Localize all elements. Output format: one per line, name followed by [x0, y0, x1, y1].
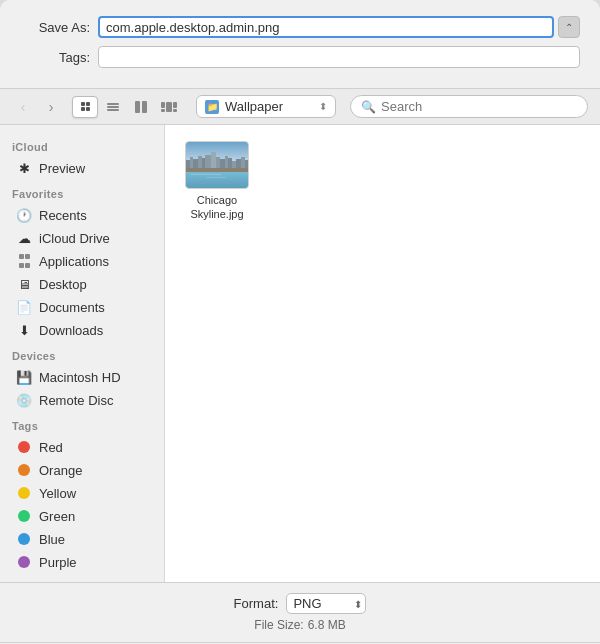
applications-icon: [16, 253, 32, 269]
format-row: Format: PNG JPEG TIFF PDF ⬍: [20, 593, 580, 614]
main-content: iCloud ✱ Preview Favorites 🕐 Recents ☁ i…: [0, 125, 600, 582]
recents-label: Recents: [39, 208, 87, 223]
back-button[interactable]: ‹: [12, 96, 34, 118]
orange-tag-icon: [16, 462, 32, 478]
tags-input[interactable]: [98, 46, 580, 68]
filesize-label: File Size:: [254, 618, 303, 632]
downloads-label: Downloads: [39, 323, 103, 338]
orange-tag-label: Orange: [39, 463, 82, 478]
sidebar-item-green[interactable]: Green: [4, 505, 160, 527]
sidebar-item-blue[interactable]: Blue: [4, 528, 160, 550]
list-view-icon: [107, 103, 119, 111]
sidebar-item-red[interactable]: Red: [4, 436, 160, 458]
documents-icon: 📄: [16, 299, 32, 315]
header-section: Save As: ⌃ Tags:: [0, 0, 600, 89]
red-tag-label: Red: [39, 440, 63, 455]
tags-section-label: Tags: [0, 412, 164, 435]
save-dialog: Save As: ⌃ Tags: ‹ ›: [0, 0, 600, 644]
file-area: Chicago Skyline.jpg: [165, 125, 600, 582]
location-name: Wallpaper: [225, 99, 313, 114]
filesize-value: 6.8 MB: [308, 618, 346, 632]
format-section: Format: PNG JPEG TIFF PDF ⬍ File Size: 6…: [0, 582, 600, 642]
icloud-drive-icon: ☁: [16, 230, 32, 246]
search-input[interactable]: [381, 99, 577, 114]
gallery-view-icon: [161, 102, 177, 112]
remote-disc-label: Remote Disc: [39, 393, 113, 408]
format-select-wrapper: PNG JPEG TIFF PDF ⬍: [286, 593, 366, 614]
documents-label: Documents: [39, 300, 105, 315]
sidebar-item-preview[interactable]: ✱ Preview: [4, 157, 160, 179]
purple-tag-label: Purple: [39, 555, 77, 570]
remote-disc-icon: 💿: [16, 392, 32, 408]
save-as-row: Save As: ⌃: [20, 16, 580, 38]
list-view-button[interactable]: [100, 96, 126, 118]
location-folder-icon: 📁: [205, 100, 219, 114]
blue-tag-icon: [16, 531, 32, 547]
svg-rect-19: [206, 177, 226, 178]
format-select[interactable]: PNG JPEG TIFF PDF: [286, 593, 366, 614]
favorites-section-label: Favorites: [0, 180, 164, 203]
icon-view-icon: [81, 102, 90, 111]
desktop-icon: 🖥: [16, 276, 32, 292]
purple-tag-icon: [16, 554, 32, 570]
preview-icon: ✱: [16, 160, 32, 176]
green-tag-icon: [16, 508, 32, 524]
macintosh-hd-icon: 💾: [16, 369, 32, 385]
sidebar-item-icloud-drive[interactable]: ☁ iCloud Drive: [4, 227, 160, 249]
gallery-view-button[interactable]: [156, 96, 182, 118]
devices-section-label: Devices: [0, 342, 164, 365]
save-as-label: Save As:: [20, 20, 90, 35]
applications-label: Applications: [39, 254, 109, 269]
location-chevron-icon: ⬍: [319, 101, 327, 112]
forward-button[interactable]: ›: [40, 96, 62, 118]
yellow-tag-label: Yellow: [39, 486, 76, 501]
sidebar-item-remote-disc[interactable]: 💿 Remote Disc: [4, 389, 160, 411]
column-view-icon: [135, 101, 147, 113]
expand-collapse-button[interactable]: ⌃: [558, 16, 580, 38]
recents-icon: 🕐: [16, 207, 32, 223]
sidebar-item-applications[interactable]: Applications: [4, 250, 160, 272]
svg-rect-17: [186, 168, 249, 172]
sidebar-item-orange[interactable]: Orange: [4, 459, 160, 481]
format-label: Format:: [234, 596, 279, 611]
preview-label: Preview: [39, 161, 85, 176]
chicago-skyline-thumbnail: [186, 142, 249, 189]
sidebar-item-purple[interactable]: Purple: [4, 551, 160, 573]
green-tag-label: Green: [39, 509, 75, 524]
sidebar-item-documents[interactable]: 📄 Documents: [4, 296, 160, 318]
red-tag-icon: [16, 439, 32, 455]
filesize-row: File Size: 6.8 MB: [20, 618, 580, 632]
tags-row: Tags:: [20, 46, 580, 68]
icloud-drive-label: iCloud Drive: [39, 231, 110, 246]
sidebar-item-desktop[interactable]: 🖥 Desktop: [4, 273, 160, 295]
search-box: 🔍: [350, 95, 588, 118]
location-selector[interactable]: 📁 Wallpaper ⬍: [196, 95, 336, 118]
sidebar: iCloud ✱ Preview Favorites 🕐 Recents ☁ i…: [0, 125, 165, 582]
search-icon: 🔍: [361, 100, 376, 114]
sidebar-item-yellow[interactable]: Yellow: [4, 482, 160, 504]
svg-rect-18: [191, 174, 221, 175]
svg-rect-1: [186, 170, 249, 189]
macintosh-hd-label: Macintosh HD: [39, 370, 121, 385]
desktop-label: Desktop: [39, 277, 87, 292]
file-name-chicago-skyline: Chicago Skyline.jpg: [181, 193, 253, 222]
icloud-section-label: iCloud: [0, 133, 164, 156]
icon-view-button[interactable]: [72, 96, 98, 118]
file-grid: Chicago Skyline.jpg: [177, 137, 588, 226]
filename-input[interactable]: [98, 16, 554, 38]
sidebar-item-recents[interactable]: 🕐 Recents: [4, 204, 160, 226]
column-view-button[interactable]: [128, 96, 154, 118]
toolbar: ‹ ›: [0, 89, 600, 125]
blue-tag-label: Blue: [39, 532, 65, 547]
sidebar-item-macintosh-hd[interactable]: 💾 Macintosh HD: [4, 366, 160, 388]
downloads-icon: ⬇: [16, 322, 32, 338]
sidebar-item-downloads[interactable]: ⬇ Downloads: [4, 319, 160, 341]
file-thumbnail: [185, 141, 249, 189]
view-buttons: [72, 96, 182, 118]
tags-label: Tags:: [20, 50, 90, 65]
file-item-chicago-skyline[interactable]: Chicago Skyline.jpg: [177, 137, 257, 226]
yellow-tag-icon: [16, 485, 32, 501]
